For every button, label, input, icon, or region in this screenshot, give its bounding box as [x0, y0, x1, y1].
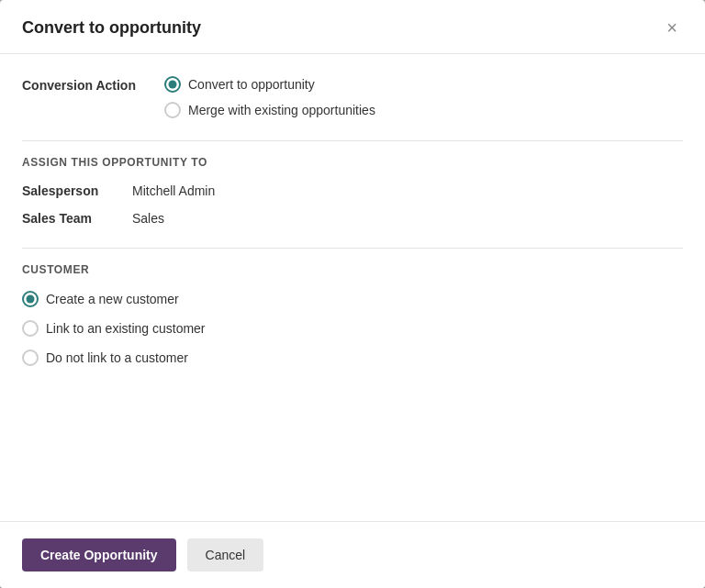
sales-team-row: Sales Team Sales	[22, 211, 683, 226]
radio-no-customer[interactable]	[22, 349, 39, 366]
customer-radio-group: Create a new customer Link to an existin…	[22, 291, 683, 366]
modal-footer: Create Opportunity Cancel	[0, 521, 705, 588]
close-button[interactable]: ×	[661, 17, 683, 39]
radio-existing-customer-label: Link to an existing customer	[46, 321, 206, 336]
customer-section: CUSTOMER Create a new customer Link to a…	[22, 248, 683, 366]
modal-header: Convert to opportunity ×	[0, 0, 705, 54]
salesperson-label: Salesperson	[22, 183, 132, 198]
assign-heading: ASSIGN THIS OPPORTUNITY TO	[22, 156, 683, 169]
conversion-action-row: Conversion Action Convert to opportunity…	[22, 76, 683, 118]
radio-merge-label: Merge with existing opportunities	[188, 103, 375, 117]
conversion-action-radio-group: Convert to opportunity Merge with existi…	[164, 76, 375, 118]
radio-merge[interactable]	[164, 102, 181, 118]
modal-body: Conversion Action Convert to opportunity…	[0, 54, 705, 521]
radio-option-existing-customer[interactable]: Link to an existing customer	[22, 320, 683, 337]
customer-heading: CUSTOMER	[22, 263, 683, 276]
salesperson-value: Mitchell Admin	[132, 183, 215, 198]
modal-overlay: Convert to opportunity × Conversion Acti…	[0, 0, 705, 588]
salesperson-row: Salesperson Mitchell Admin	[22, 183, 683, 198]
modal-dialog: Convert to opportunity × Conversion Acti…	[0, 0, 705, 588]
radio-convert-label: Convert to opportunity	[188, 77, 315, 92]
radio-convert[interactable]	[164, 76, 181, 93]
create-opportunity-button[interactable]: Create Opportunity	[22, 538, 176, 571]
assign-divider	[22, 140, 683, 141]
conversion-action-label: Conversion Action	[22, 76, 164, 93]
assign-section: ASSIGN THIS OPPORTUNITY TO Salesperson M…	[22, 140, 683, 226]
radio-new-customer-label: Create a new customer	[46, 292, 179, 306]
radio-option-no-customer[interactable]: Do not link to a customer	[22, 349, 683, 366]
modal-title: Convert to opportunity	[22, 18, 201, 38]
radio-option-convert[interactable]: Convert to opportunity	[164, 76, 375, 93]
radio-new-customer[interactable]	[22, 291, 39, 307]
sales-team-value: Sales	[132, 211, 164, 226]
radio-option-merge[interactable]: Merge with existing opportunities	[164, 102, 375, 118]
sales-team-label: Sales Team	[22, 211, 132, 226]
cancel-button[interactable]: Cancel	[187, 538, 264, 571]
radio-no-customer-label: Do not link to a customer	[46, 350, 188, 365]
radio-existing-customer[interactable]	[22, 320, 39, 337]
customer-divider	[22, 248, 683, 249]
radio-option-new-customer[interactable]: Create a new customer	[22, 291, 683, 307]
